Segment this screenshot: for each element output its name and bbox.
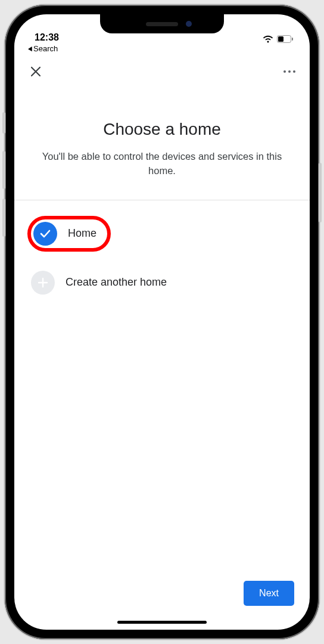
header-bar xyxy=(14,57,310,86)
battery-icon xyxy=(277,35,293,43)
home-option-selected[interactable]: Home xyxy=(27,216,111,252)
create-home-option[interactable]: Create another home xyxy=(27,265,297,301)
volume-up-button xyxy=(2,151,5,189)
page-title: Choose a home xyxy=(35,120,289,139)
back-to-search[interactable]: ◀ Search xyxy=(14,43,310,57)
more-options-button[interactable] xyxy=(284,70,295,73)
front-camera xyxy=(186,21,192,27)
next-button[interactable]: Next xyxy=(244,581,294,606)
home-option-label: Home xyxy=(68,227,96,240)
page-subtitle: You'll be able to control the devices an… xyxy=(35,150,289,178)
back-link-label: Search xyxy=(33,44,58,53)
title-block: Choose a home You'll be able to control … xyxy=(14,86,310,200)
volume-down-button xyxy=(2,199,5,237)
svg-rect-1 xyxy=(278,36,284,42)
wifi-icon xyxy=(263,35,273,43)
status-time: 12:38 xyxy=(35,32,59,43)
content-area: Choose a home You'll be able to control … xyxy=(14,86,310,569)
power-button xyxy=(319,163,322,222)
screen: 12:38 ◀ Search xyxy=(14,14,310,630)
notch xyxy=(100,14,224,33)
mute-switch xyxy=(2,112,5,134)
svg-rect-2 xyxy=(292,38,293,41)
home-options-list: Home Create another home xyxy=(14,200,310,329)
close-button[interactable] xyxy=(30,66,42,78)
home-indicator[interactable] xyxy=(117,621,207,624)
speaker-grille xyxy=(146,22,178,26)
checkmark-icon xyxy=(33,222,57,246)
plus-icon xyxy=(31,271,55,295)
create-home-label: Create another home xyxy=(66,276,167,289)
phone-frame: 12:38 ◀ Search xyxy=(5,5,319,639)
back-arrow-icon: ◀ xyxy=(28,45,32,52)
